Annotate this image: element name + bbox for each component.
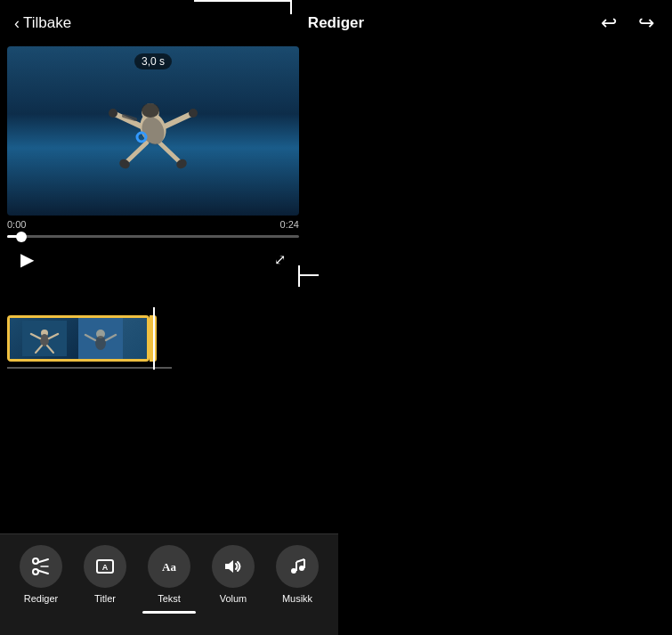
svg-point-9 xyxy=(137,133,146,142)
timeline-cursor xyxy=(153,307,155,370)
time-start: 0:00 xyxy=(7,219,26,230)
redo-button[interactable]: ↪ xyxy=(635,8,658,38)
fullscreen-button[interactable]: ⤢ xyxy=(263,243,296,275)
fullscreen-icon: ⤢ xyxy=(274,251,286,268)
svg-point-2 xyxy=(142,103,159,118)
progress-bar[interactable] xyxy=(7,235,299,238)
toolbar-item-rediger[interactable]: Rediger xyxy=(16,545,66,604)
progress-bar-container[interactable] xyxy=(7,230,299,243)
toolbar-item-musikk[interactable]: Musikk xyxy=(272,545,322,604)
svg-line-39 xyxy=(296,559,304,562)
play-button[interactable]: ▶ xyxy=(11,243,43,275)
svg-line-29 xyxy=(38,571,49,574)
trim-handle-top xyxy=(194,0,292,2)
svg-text:A: A xyxy=(102,563,109,572)
trim-side-line xyxy=(299,274,319,276)
toolbar-label-volum: Volum xyxy=(220,593,247,604)
toolbar-label-musikk: Musikk xyxy=(282,593,312,604)
clip-thumb-right xyxy=(78,318,147,359)
play-icon: ▶ xyxy=(20,248,34,270)
undo-icon: ↩ xyxy=(601,12,617,34)
svg-point-23 xyxy=(95,336,106,350)
clip-mini-figure xyxy=(22,321,67,356)
volume-icon xyxy=(212,545,255,588)
redo-icon: ↪ xyxy=(638,12,654,34)
undo-button[interactable]: ↩ xyxy=(597,8,620,38)
header: ‹ Tilbake Rediger ↩ ↪ xyxy=(0,0,672,46)
timeline-section: T xyxy=(0,312,338,369)
controls-row: ▶ ⤢ xyxy=(7,243,299,275)
clip-mini-figure-right xyxy=(78,318,123,359)
header-actions: ↩ ↪ xyxy=(597,8,658,38)
music-icon xyxy=(276,545,319,588)
svg-point-10 xyxy=(109,109,117,118)
trim-side-handle xyxy=(298,265,300,287)
titles-icon: A xyxy=(84,545,126,588)
timeline-line xyxy=(7,367,172,369)
toolbar-item-tekst[interactable]: Aa Tekst xyxy=(144,545,194,604)
progress-thumb[interactable] xyxy=(16,232,27,242)
clip-thumbnail[interactable]: T xyxy=(7,315,150,362)
svg-marker-34 xyxy=(225,560,233,573)
page-title: Rediger xyxy=(308,14,364,32)
timeline-track[interactable]: T xyxy=(7,312,331,365)
chevron-left-icon: ‹ xyxy=(14,14,20,33)
svg-point-16 xyxy=(40,334,49,346)
toolbar-label-rediger: Rediger xyxy=(24,593,59,604)
svg-text:Aa: Aa xyxy=(162,560,176,574)
active-tab-indicator xyxy=(142,611,196,614)
back-label: Tilbake xyxy=(23,14,71,32)
svg-line-5 xyxy=(126,142,147,162)
svg-line-4 xyxy=(165,113,193,126)
scissors-icon xyxy=(20,545,62,588)
text-icon: Aa xyxy=(148,545,190,588)
toolbar-item-volum[interactable]: Volum xyxy=(208,545,258,604)
svg-line-28 xyxy=(38,559,49,563)
back-button[interactable]: ‹ Tilbake xyxy=(14,14,71,33)
svg-point-11 xyxy=(189,109,198,118)
toolbar-item-titler[interactable]: A Titler xyxy=(80,545,130,604)
toolbar-label-tekst: Tekst xyxy=(158,593,181,604)
skydiver-scene xyxy=(7,46,299,216)
video-player: 3,0 s xyxy=(7,46,299,216)
time-labels: 0:00 0:24 xyxy=(7,219,299,230)
toolbar-items: Rediger A Titler Aa Tekst xyxy=(0,545,338,604)
bottom-toolbar: Rediger A Titler Aa Tekst xyxy=(0,533,338,635)
clip-thumb-left xyxy=(10,318,78,359)
toolbar-label-titler: Titler xyxy=(94,593,116,604)
svg-line-6 xyxy=(159,142,180,162)
skydiver-figure xyxy=(86,73,220,189)
time-end: 0:24 xyxy=(280,219,299,230)
trim-handle-corner xyxy=(290,0,292,14)
